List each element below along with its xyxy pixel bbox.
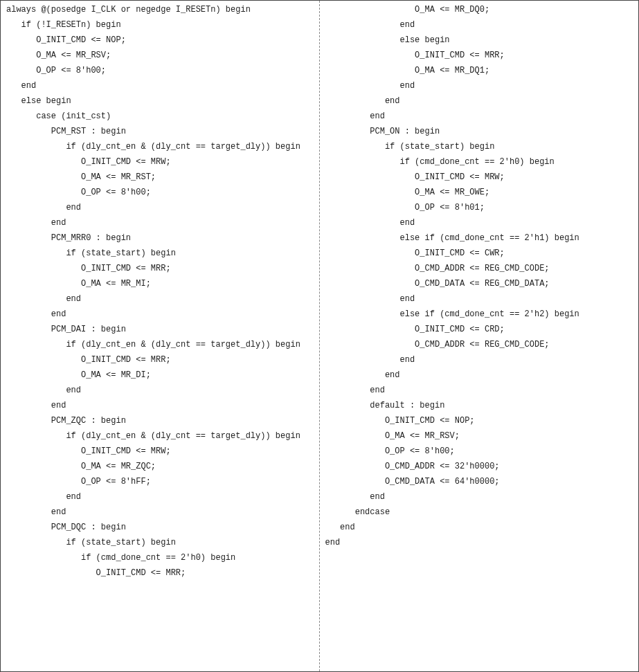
code-line: PCM_DQC : begin	[1, 520, 319, 535]
code-line: if (dly_cnt_en & (dly_cnt == target_dly)…	[1, 337, 319, 352]
code-line: end	[1, 215, 319, 230]
code-line: O_MA <= MR_OWE;	[320, 185, 639, 200]
code-line: O_OP <= 8'h00;	[1, 63, 319, 78]
code-line: PCM_DAI : begin	[1, 322, 319, 337]
code-line: O_CMD_DATA <= REG_CMD_DATA;	[320, 276, 639, 291]
code-line: O_MA <= MR_ZQC;	[1, 459, 319, 474]
code-line: end	[320, 489, 639, 505]
code-line: end	[320, 367, 639, 383]
code-line: end	[1, 200, 319, 215]
code-line: O_MA <= MR_MI;	[1, 276, 319, 291]
code-line: end	[320, 291, 639, 307]
code-line: end	[320, 17, 639, 33]
code-line: end	[1, 78, 319, 93]
code-line: O_INIT_CMD <= CRD;	[320, 322, 639, 337]
code-line: O_INIT_CMD <= MRR;	[1, 261, 319, 276]
code-line: PCM_ZQC : begin	[1, 413, 319, 428]
code-column-right: O_MA <= MR_DQ0; end else begin O_INIT_CM…	[320, 1, 639, 671]
code-line: end	[320, 352, 639, 367]
code-line: else if (cmd_done_cnt == 2'h2) begin	[320, 307, 639, 322]
code-line: O_CMD_ADDR <= 32'h0000;	[320, 459, 639, 474]
code-line: end	[1, 505, 319, 520]
code-line: O_MA <= MR_RST;	[1, 170, 319, 185]
code-line: if (cmd_done_cnt == 2'h0) begin	[320, 154, 639, 170]
code-line: O_MA <= MR_DI;	[1, 367, 319, 383]
code-line: O_INIT_CMD <= MRR;	[320, 48, 639, 63]
code-line: end	[320, 535, 639, 550]
code-line: else begin	[1, 93, 319, 109]
code-line: end	[1, 398, 319, 413]
code-line: if (state_start) begin	[1, 246, 319, 261]
code-line: always @(posedge I_CLK or negedge I_RESE…	[1, 2, 319, 17]
code-line: end	[1, 307, 319, 322]
code-line: O_INIT_CMD <= MRW;	[1, 154, 319, 170]
code-line: PCM_ON : begin	[320, 124, 639, 139]
code-line: O_OP <= 8'h00;	[1, 185, 319, 200]
code-column-left: always @(posedge I_CLK or negedge I_RESE…	[1, 1, 320, 671]
code-line: end	[320, 520, 639, 535]
code-line: O_MA <= MR_RSV;	[1, 48, 319, 63]
code-line: endcase	[320, 505, 639, 520]
code-line: O_CMD_DATA <= 64'h0000;	[320, 474, 639, 489]
code-line: O_OP <= 8'h00;	[320, 444, 639, 459]
code-frame: always @(posedge I_CLK or negedge I_RESE…	[0, 0, 639, 672]
code-line: if (!I_RESETn) begin	[1, 17, 319, 33]
code-line: case (init_cst)	[1, 109, 319, 124]
code-line: end	[320, 383, 639, 398]
code-line: end	[320, 93, 639, 109]
code-line: if (dly_cnt_en & (dly_cnt == target_dly)…	[1, 428, 319, 444]
code-line: O_INIT_CMD <= NOP;	[320, 413, 639, 428]
code-line: end	[320, 215, 639, 230]
code-line: O_MA <= MR_DQ1;	[320, 63, 639, 78]
code-line: end	[1, 489, 319, 505]
code-line: if (cmd_done_cnt == 2'h0) begin	[1, 550, 319, 565]
code-line: end	[1, 383, 319, 398]
code-line: else if (cmd_done_cnt == 2'h1) begin	[320, 230, 639, 246]
code-line: O_INIT_CMD <= MRW;	[320, 170, 639, 185]
code-line: O_INIT_CMD <= MRW;	[1, 444, 319, 459]
code-line: end	[1, 291, 319, 307]
code-line: if (state_start) begin	[320, 139, 639, 154]
code-line: if (dly_cnt_en & (dly_cnt == target_dly)…	[1, 139, 319, 154]
code-line: O_MA <= MR_RSV;	[320, 428, 639, 444]
code-line: default : begin	[320, 398, 639, 413]
code-line: O_OP <= 8'hFF;	[1, 474, 319, 489]
code-line: end	[320, 78, 639, 93]
code-line: PCM_RST : begin	[1, 124, 319, 139]
code-line: PCM_MRR0 : begin	[1, 230, 319, 246]
code-line: O_INIT_CMD <= NOP;	[1, 33, 319, 48]
code-line: O_CMD_ADDR <= REG_CMD_CODE;	[320, 337, 639, 352]
code-line: O_INIT_CMD <= MRR;	[1, 352, 319, 367]
code-line: O_INIT_CMD <= CWR;	[320, 246, 639, 261]
code-line: if (state_start) begin	[1, 535, 319, 550]
code-line: else begin	[320, 33, 639, 48]
code-line: end	[320, 109, 639, 124]
code-line: O_INIT_CMD <= MRR;	[1, 565, 319, 581]
code-line: O_OP <= 8'h01;	[320, 200, 639, 215]
code-line: O_CMD_ADDR <= REG_CMD_CODE;	[320, 261, 639, 276]
code-line: O_MA <= MR_DQ0;	[320, 2, 639, 17]
